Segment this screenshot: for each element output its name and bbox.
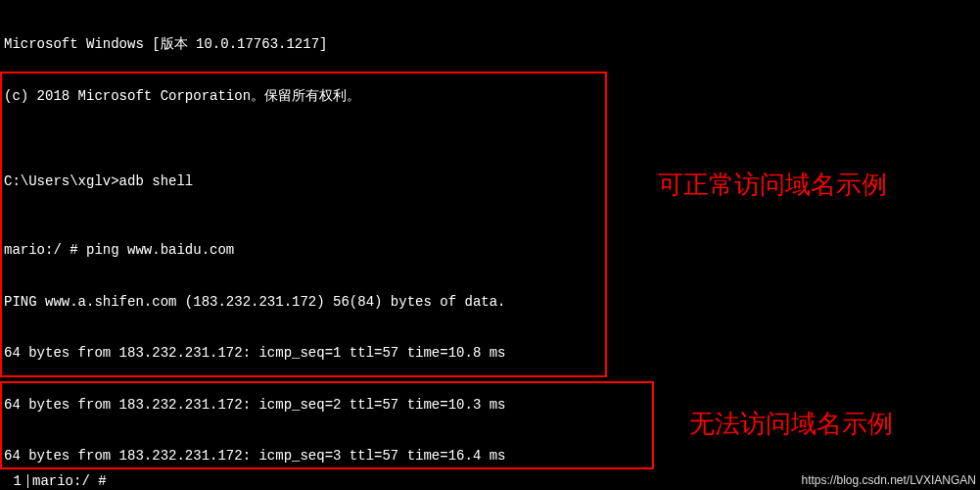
win-version: Microsoft Windows [版本 10.0.17763.1217] (4, 36, 555, 54)
bottom-prompt-row[interactable]: 1mario:/ # (0, 473, 980, 491)
highlight-box-ok (0, 72, 607, 377)
annotation-ok-label: 可正常访问域名示例 (658, 169, 887, 201)
line-number: 1 (4, 473, 22, 491)
divider (27, 474, 28, 488)
highlight-box-fail (0, 381, 654, 469)
annotation-fail-label: 无法访问域名示例 (689, 408, 893, 440)
shell-prompt: mario:/ # (32, 473, 107, 489)
terminal-screenshot: Microsoft Windows [版本 10.0.17763.1217] (… (0, 0, 980, 490)
